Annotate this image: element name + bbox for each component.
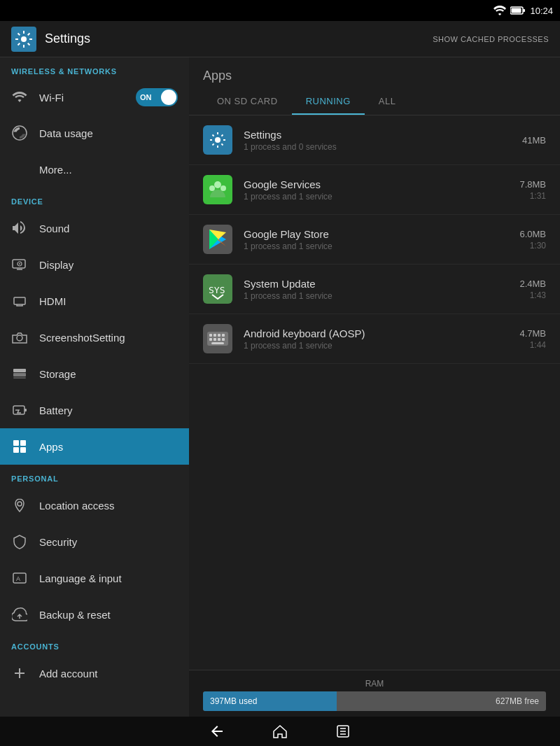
app-item-google-services[interactable]: Google Services 1 process and 1 service …: [189, 165, 560, 215]
sidebar-item-backup[interactable]: Backup & reset: [0, 596, 189, 633]
sidebar-item-wifi[interactable]: Wi-Fi ON: [0, 80, 189, 115]
ram-used-text: 397MB used: [210, 696, 257, 706]
app-item-play-store[interactable]: Google Play Store 1 process and 1 servic…: [189, 215, 560, 265]
svg-rect-16: [20, 440, 26, 446]
app-info-system-update: System Update 1 process and 1 service: [244, 278, 508, 301]
add-account-label: Add account: [39, 668, 97, 680]
app-size-keyboard: 4.7MB: [519, 328, 546, 339]
app-icon-keyboard: [203, 324, 232, 353]
svg-text:A: A: [16, 575, 20, 582]
app-time-google-services: 1:31: [519, 191, 546, 201]
add-account-icon: [11, 665, 28, 682]
app-info-settings: Settings 1 process and 0 services: [244, 129, 511, 152]
location-label: Location access: [39, 500, 115, 512]
app-sub-keyboard: 1 process and 1 service: [244, 341, 508, 351]
tab-all[interactable]: ALL: [365, 89, 410, 115]
status-bar: 10:24: [0, 0, 560, 21]
sidebar-item-screenshot[interactable]: ScreenshotSetting: [0, 319, 189, 356]
svg-rect-39: [211, 342, 224, 344]
svg-point-26: [209, 185, 215, 191]
svg-point-3: [21, 36, 27, 42]
svg-rect-18: [20, 447, 26, 453]
sound-icon: [11, 220, 28, 237]
sidebar-item-hdmi[interactable]: HDMI: [0, 283, 189, 319]
svg-rect-33: [218, 334, 220, 337]
svg-rect-37: [218, 338, 220, 341]
app-name-keyboard: Android keyboard (AOSP): [244, 328, 508, 339]
app-stats-google-services: 7.8MB 1:31: [519, 179, 546, 201]
svg-rect-35: [209, 338, 212, 341]
svg-rect-38: [222, 338, 225, 341]
main-layout: WIRELESS & NETWORKS Wi-Fi ON: [0, 57, 560, 717]
battery-sidebar-icon: [11, 402, 28, 418]
ram-label: RAM: [203, 679, 546, 689]
sidebar-item-battery[interactable]: Battery: [0, 392, 189, 428]
toggle-thumb: [161, 90, 176, 105]
svg-point-25: [214, 181, 221, 188]
app-stats-settings: 41MB: [522, 135, 546, 146]
section-header-device: DEVICE: [0, 188, 189, 210]
app-icon-google-services: [203, 175, 232, 204]
storage-icon: [11, 365, 28, 382]
sidebar-item-data-usage[interactable]: Data usage: [0, 115, 189, 151]
show-cached-button[interactable]: SHOW CACHED PROCESSES: [433, 35, 549, 43]
app-sub-google-services: 1 process and 1 service: [244, 192, 508, 202]
svg-point-7: [19, 263, 20, 265]
sound-label: Sound: [39, 223, 69, 234]
app-sub-play-store: 1 process and 1 service: [244, 241, 508, 251]
content-area: Apps ON SD CARD RUNNING ALL: [189, 57, 560, 717]
back-button[interactable]: [206, 721, 227, 742]
svg-rect-10: [13, 369, 26, 372]
svg-rect-2: [512, 8, 522, 13]
app-icon-settings: [203, 125, 232, 155]
app-stats-system-update: 2.4MB 1:43: [519, 279, 546, 300]
wifi-icon: [11, 89, 28, 106]
ram-bar: 397MB used 627MB free: [203, 691, 546, 711]
sidebar-item-storage[interactable]: Storage: [0, 356, 189, 392]
sidebar-item-language[interactable]: A Language & input: [0, 560, 189, 596]
data-usage-icon: [11, 125, 28, 141]
battery-icon: [510, 6, 526, 15]
svg-rect-32: [214, 334, 216, 337]
app-info-play-store: Google Play Store 1 process and 1 servic…: [244, 228, 508, 251]
app-item-system-update[interactable]: SYS System Update 1 process and 1 servic…: [189, 265, 560, 314]
sidebar-item-sound[interactable]: Sound: [0, 210, 189, 246]
clock: 10:24: [530, 6, 553, 16]
app-item-settings[interactable]: Settings 1 process and 0 services 41MB: [189, 115, 560, 165]
title-bar: Settings SHOW CACHED PROCESSES: [0, 21, 560, 57]
tabs-bar: ON SD CARD RUNNING ALL: [189, 89, 560, 115]
section-header-wireless: WIRELESS & NETWORKS: [0, 57, 189, 80]
svg-rect-36: [214, 338, 216, 341]
svg-point-27: [220, 185, 226, 191]
tab-running[interactable]: RUNNING: [292, 89, 365, 115]
app-name-google-services: Google Services: [244, 178, 508, 190]
app-stats-keyboard: 4.7MB 1:44: [519, 328, 546, 350]
sidebar-item-security[interactable]: Security: [0, 523, 189, 560]
status-icons: 10:24: [493, 6, 553, 16]
nav-bar: [0, 717, 560, 746]
sidebar-item-display[interactable]: Display: [0, 246, 189, 283]
ram-free-text: 627MB free: [496, 696, 539, 706]
app-size-settings: 41MB: [522, 135, 546, 146]
data-usage-label: Data usage: [39, 127, 93, 139]
section-header-personal: PERSONAL: [0, 465, 189, 487]
app-info-google-services: Google Services 1 process and 1 service: [244, 178, 508, 202]
svg-point-24: [215, 137, 220, 143]
wifi-toggle[interactable]: ON: [136, 88, 178, 106]
sidebar-item-add-account[interactable]: Add account: [0, 655, 189, 691]
app-item-keyboard[interactable]: Android keyboard (AOSP) 1 process and 1 …: [189, 314, 560, 364]
sidebar-item-apps[interactable]: Apps: [0, 428, 189, 465]
tab-sd-card[interactable]: ON SD CARD: [203, 89, 292, 115]
storage-label: Storage: [39, 368, 76, 380]
security-label: Security: [39, 536, 77, 548]
wifi-label: Wi-Fi: [39, 92, 64, 104]
app-sub-system-update: 1 process and 1 service: [244, 291, 508, 301]
recent-apps-button[interactable]: [332, 721, 354, 742]
home-button[interactable]: [270, 721, 290, 742]
svg-rect-31: [209, 334, 212, 337]
sidebar-item-more[interactable]: More...: [0, 151, 189, 188]
svg-rect-8: [14, 297, 25, 304]
more-icon: [11, 161, 28, 178]
sidebar-item-location[interactable]: Location access: [0, 487, 189, 523]
app-info-keyboard: Android keyboard (AOSP) 1 process and 1 …: [244, 328, 508, 351]
